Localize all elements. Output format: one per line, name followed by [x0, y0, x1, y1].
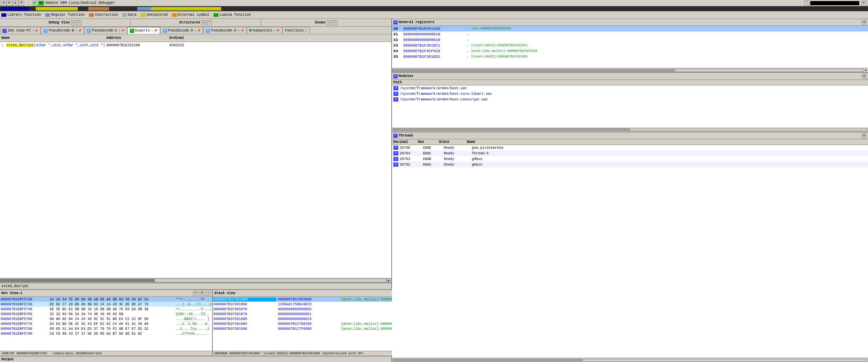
- enums-label: Enums: [315, 21, 326, 25]
- stack-row-5[interactable]: 0000007B1F301088 0000007B1C7D8200 [anon:…: [213, 321, 415, 326]
- registers-content: X0 0000007B1EFE1439 → .bss:0000007B1EFE1…: [392, 26, 868, 68]
- modules-path-header: Path: [392, 80, 868, 85]
- h-scrollbar[interactable]: [0, 279, 386, 282]
- threads-expand-btn[interactable]: ⊞: [862, 133, 867, 138]
- tab-pseudocode-b[interactable]: P Pseudocode-B ✕ 📌: [41, 27, 84, 34]
- stack-row-3[interactable]: 0000007B1F301078 0000000000000001: [213, 312, 415, 316]
- modules-hscroll-track[interactable]: [393, 128, 867, 131]
- registers-expand-btn[interactable]: ⊞: [862, 20, 867, 25]
- reg-hscroll-right[interactable]: ►: [864, 69, 868, 72]
- reg-hscroll-thumb: [392, 69, 675, 71]
- threads-header: T Threads ⊞: [392, 132, 868, 139]
- hex-addr-6: 000007B1EBF5780: [1, 327, 50, 331]
- exports-panel: Name Address Ordinal 1 xxtea_decrypt(uch…: [0, 34, 391, 278]
- scroll-right-arrow[interactable]: ►: [386, 279, 391, 282]
- stack-addr-5: 0000007B1F301088: [214, 322, 276, 326]
- module-row-2[interactable]: ⊟ /system/framework/arm64/boot-conscrypt…: [392, 97, 868, 102]
- toolbar-icon-up[interactable]: ▲: [13, 1, 18, 6]
- hex-row-2[interactable]: 000007B1EBF5740 5E 5E BC E2 0B 0B 16 1D …: [0, 307, 212, 312]
- thread-row-1[interactable]: ⊟ 26764 688C Ready Thread-5: [392, 151, 868, 156]
- table-row[interactable]: 1 xxtea_decrypt(uchar *,uint,uchar *,uin…: [0, 42, 391, 48]
- hex-addr-1: 000007B1EBF5730: [1, 302, 50, 306]
- toolbar-icon-back[interactable]: ◄: [1, 1, 6, 6]
- module-row-0[interactable]: ⊟ /system/framework/arm64/boot.oat: [392, 85, 868, 91]
- structures-close[interactable]: ✕: [202, 20, 206, 25]
- tab-psb-pin[interactable]: 📌: [78, 29, 82, 32]
- toolbar-icon-run[interactable]: ▶▶: [38, 1, 44, 6]
- modules-expand-btn[interactable]: ⊞: [862, 74, 867, 79]
- tab-psd-close[interactable]: ✕: [195, 29, 196, 33]
- tab-psa-close[interactable]: ✕: [238, 29, 239, 33]
- hex-row-6[interactable]: 000007B1EBF5780 95 95 31 A4 E4 E4 D3 37 …: [0, 326, 212, 331]
- col-name-header: Name: [1, 36, 106, 40]
- debug-view-close[interactable]: ✕: [71, 20, 76, 25]
- thread-row-0[interactable]: ⊟ 26766 688E Ready gvm.piratearena: [392, 145, 868, 151]
- tab-psa-pin[interactable]: 📌: [240, 29, 244, 32]
- tab-psc-pin[interactable]: 📌: [121, 29, 125, 32]
- reg-row-x5[interactable]: X5 0000007B1F3010D1 → [stack:26825]:0000…: [392, 54, 868, 60]
- hex-close-btn[interactable]: ✕: [206, 291, 211, 296]
- thread-row-3[interactable]: ⊟ 26762 688A Ready gmain: [392, 162, 868, 167]
- toolbar-icon-fwd[interactable]: ►: [7, 1, 12, 6]
- tab-pseudocode-d[interactable]: P Pseudocode-D ✕ 📌: [160, 27, 203, 34]
- tab-fn-close[interactable]: ✕: [305, 29, 307, 33]
- thread-icon-2: ⊟: [393, 157, 398, 161]
- hex-row-0[interactable]: 000007B1EBF5720 2A 2A 54 7E 90 90 3B AB …: [0, 297, 212, 302]
- reg-row-x2[interactable]: X2 0000000000000010 →: [392, 37, 868, 43]
- tab-bp-pin[interactable]: 📌: [276, 29, 280, 32]
- enums-close[interactable]: ✕: [327, 20, 332, 25]
- tab-pseudocode-c[interactable]: P Pseudocode-C ✕ 📌: [84, 27, 127, 34]
- tab-exports-close[interactable]: ✕: [151, 29, 153, 33]
- toolbar-arrow-right[interactable]: ►: [861, 1, 867, 6]
- stack-row-0[interactable]: 0000007B1F301060 0000007B1C8C0980 [anon:…: [213, 297, 415, 302]
- tab-psd-pin[interactable]: 📌: [197, 29, 201, 32]
- toolbar-icon-down[interactable]: ▼: [19, 1, 24, 6]
- reg-row-x3[interactable]: X3 0000007B1F3010C1 → [stack:26825]:0000…: [392, 43, 868, 48]
- tab-exports[interactable]: E Exports ✕ 📌: [127, 27, 160, 34]
- legend-data-label: Data: [128, 13, 136, 17]
- stack-addr-4: 0000007B1F301080: [214, 317, 276, 321]
- stack-status-text: UNKNOWN 0000007B1F301060: [stack:26825]:…: [214, 352, 364, 355]
- tab-functions[interactable]: Functions ✕: [282, 27, 309, 34]
- function-label: xxtea_decrypt: [1, 284, 29, 288]
- hex-row-3[interactable]: 000007B1EBF5750 32 32 64 56 3A 3A 74 4E …: [0, 312, 212, 316]
- hex-chars-5: ...n..C.bb....9.: [176, 322, 209, 326]
- structures-expand[interactable]: □: [207, 20, 212, 25]
- nav-library: [1, 7, 29, 11]
- tab-exports-pin[interactable]: 📌: [154, 29, 158, 32]
- reg-x2-val: 0000000000000010: [403, 38, 466, 42]
- stack-row-6[interactable]: 0000007B1F301090 0000007B1C7F8800 [anon:…: [213, 326, 415, 331]
- hex-restore-btn[interactable]: ⊡: [193, 291, 198, 296]
- reg-row-x1[interactable]: X1 0000000000000010 →: [392, 32, 868, 37]
- module-row-1[interactable]: ⊟ /system/framework/arm64/boot-core-liba…: [392, 91, 868, 97]
- tab-breakpoints[interactable]: Breakpoints ✕ 📌: [247, 27, 282, 34]
- tab-psb-close[interactable]: ✕: [75, 29, 77, 33]
- tab-ida-view[interactable]: I IDA View-PC ✕ 📌: [0, 27, 41, 34]
- hex-row-5[interactable]: 000007B1EBF5770 D3 D3 BD 6E AC AC 43 EF …: [0, 321, 212, 326]
- hex-addr-7: 000007B1EBF5790: [1, 332, 50, 336]
- tab-ida-pin[interactable]: 📌: [35, 29, 38, 32]
- hex-row-7[interactable]: 000007B1EBF5790 C8 C8 88 43 37 37 6E 59 …: [0, 331, 212, 336]
- stack-row-4[interactable]: 0000007B1F301080 0000000000000010: [213, 316, 415, 321]
- tab-bp-close[interactable]: ✕: [274, 29, 275, 33]
- reg-row-x4[interactable]: X4 0000007B1F4CF5C0 → [anon:libc_malloc]…: [392, 48, 868, 54]
- tab-pseudocode-a[interactable]: P Pseudocode-A ✕ 📌: [203, 27, 246, 34]
- hex-row-1[interactable]: 000007B1EBF5730 EE EE C7 29 B8 88 6B D3 …: [0, 302, 212, 307]
- stack-row-1[interactable]: 0000007B1F301068 1209A81758EA3EC5: [213, 302, 415, 307]
- hex-row-4[interactable]: 000007B1EBF5760 06 06 0C 0A 24 24 48 6C …: [0, 316, 212, 321]
- debug-view-expand[interactable]: □: [77, 20, 82, 25]
- tab-psc-close[interactable]: ✕: [119, 29, 120, 33]
- tab-ida-close[interactable]: ✕: [32, 29, 34, 33]
- threads-hscroll-track[interactable]: [393, 359, 867, 362]
- thread-row-2[interactable]: ⊟ 26763 688B Ready gdbus: [392, 156, 868, 162]
- threads-col-state: State: [439, 140, 467, 144]
- reg-row-x0[interactable]: X0 0000007B1EFE1439 → .bss:0000007B1EFE1…: [392, 26, 868, 32]
- toolbar-search-icon[interactable]: 🔍: [804, 1, 810, 6]
- toolbar-icon-step[interactable]: ▶: [33, 1, 38, 6]
- nav-gap2: [78, 7, 88, 11]
- hex-maximize-btn[interactable]: ⊞: [200, 291, 204, 296]
- hex-chars-3: 22dV::tN....II..: [176, 312, 209, 316]
- enums-expand[interactable]: □: [332, 20, 337, 25]
- reg-hscroll-track[interactable]: [392, 69, 864, 72]
- stack-row-2[interactable]: 0000007B1F301070 0000000000000002: [213, 307, 415, 312]
